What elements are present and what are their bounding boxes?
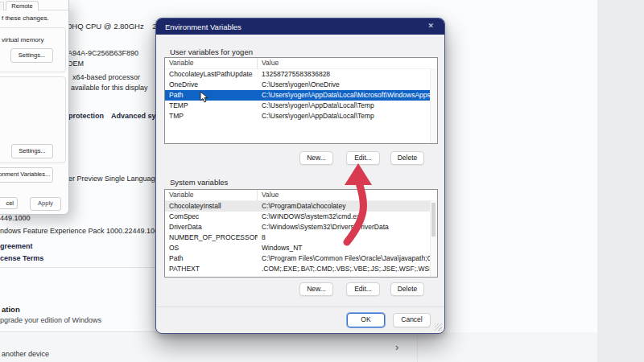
- close-icon[interactable]: ✕: [427, 22, 434, 30]
- license-terms-link[interactable]: cense Terms: [0, 254, 43, 262]
- cancel-button[interactable]: Cancel: [393, 313, 431, 327]
- column-header-value[interactable]: Value: [258, 190, 437, 200]
- system-properties-dialog: Remote f these changes. virtual memory S…: [0, 0, 69, 215]
- activation-section-title: ation: [2, 305, 20, 314]
- value-cell: AMD64: [258, 274, 431, 277]
- environment-variables-dialog: Environment Variables ✕ User variables f…: [155, 18, 445, 334]
- pen-touch-text: available for this display: [71, 84, 148, 92]
- variable-cell: DriverData: [165, 222, 258, 232]
- variable-cell: PATHEXT: [165, 264, 258, 274]
- variable-cell: Path: [165, 253, 258, 264]
- table-row[interactable]: ChocolateyLastPathUpdate1325872755838368…: [165, 69, 431, 80]
- table-row[interactable]: ComSpecC:\WINDOWS\system32\cmd.exe: [165, 212, 431, 222]
- advanced-system-settings-link[interactable]: Advanced sys: [111, 112, 160, 120]
- scrollbar[interactable]: [430, 200, 437, 277]
- system-protection-link[interactable]: protection: [68, 112, 104, 120]
- variable-cell: ChocolateyInstall: [165, 201, 258, 212]
- new-user-variable-button[interactable]: New...: [299, 151, 333, 165]
- system-variables-table[interactable]: Variable Value ChocolateyInstallC:\Progr…: [164, 189, 438, 278]
- resize-grip-icon[interactable]: [435, 323, 442, 331]
- dialog-title: Environment Variables: [165, 23, 242, 31]
- cpu-info-text: 0HQ CPU @ 2.80GHz 2.81: [68, 22, 167, 31]
- variable-cell: NUMBER_OF_PROCESSORS: [165, 232, 258, 243]
- windows-edition-text: er Preview Single Language: [68, 175, 159, 183]
- edit-system-variable-button[interactable]: Edit...: [346, 282, 380, 296]
- value-cell: C:\Program Files\Common Files\Oracle\Jav…: [258, 253, 431, 264]
- value-cell: 132587275583836828: [258, 69, 431, 80]
- table-row[interactable]: ChocolateyInstallC:\ProgramData\chocolat…: [165, 201, 431, 212]
- settings-button[interactable]: Settings...: [10, 48, 53, 63]
- table-row[interactable]: OneDriveC:\Users\yogen\OneDrive: [165, 80, 431, 90]
- product-id-text: A94A-9C256B63F890: [68, 49, 138, 57]
- table-row[interactable]: TEMPC:\Users\yogen\AppData\Local\Temp: [165, 101, 431, 111]
- oem-text: DEM: [68, 60, 84, 68]
- settings-card-edge: [417, 332, 418, 362]
- table-body: ChocolateyLastPathUpdate1325872755838368…: [165, 69, 431, 143]
- value-cell: C:\Windows\System32\Drivers\DriverData: [258, 222, 431, 232]
- dialog-footer-divider: [156, 306, 444, 307]
- virtual-memory-note: virtual memory: [2, 36, 43, 43]
- apply-button[interactable]: Apply: [30, 197, 61, 211]
- changes-note: f these changes.: [2, 14, 49, 22]
- ok-button[interactable]: OK: [347, 313, 385, 327]
- services-agreement-link[interactable]: greement: [0, 242, 33, 250]
- activation-section-subtitle: pgrade your edition of Windows: [0, 316, 101, 324]
- variable-cell: PROCESSOR_ARCHITECTU...: [165, 274, 258, 277]
- system-type-text: x64-based processor: [72, 73, 140, 81]
- variable-cell: ChocolateyLastPathUpdate: [165, 69, 258, 80]
- value-cell: 8: [258, 232, 431, 243]
- table-header[interactable]: Variable Value: [165, 58, 437, 69]
- table-header[interactable]: Variable Value: [165, 190, 437, 201]
- dialog-titlebar[interactable]: Environment Variables ✕: [156, 19, 444, 35]
- value-cell: .COM;.EXE;.BAT;.CMD;.VBS;.VBE;.JS;.JSE;.…: [258, 264, 431, 274]
- table-body: ChocolateyInstallC:\ProgramData\chocolat…: [165, 201, 431, 277]
- table-row[interactable]: NUMBER_OF_PROCESSORS8: [165, 232, 431, 243]
- environment-variables-button[interactable]: ronment Variables...: [0, 167, 53, 183]
- variable-cell: Path: [165, 90, 258, 101]
- scrollbar-thumb[interactable]: [431, 203, 436, 237]
- table-row[interactable]: PathC:\Users\yogen\AppData\Local\Microso…: [165, 90, 431, 101]
- scrollbar[interactable]: [430, 68, 437, 143]
- variable-cell: TEMP: [165, 101, 258, 111]
- chevron-right-icon[interactable]: ›: [395, 341, 398, 353]
- settings-button[interactable]: Settings...: [11, 144, 53, 158]
- column-header-variable[interactable]: Variable: [165, 58, 258, 68]
- remote-desktop-note: another device: [2, 350, 49, 358]
- value-cell: C:\Users\yogen\OneDrive: [258, 80, 431, 90]
- new-system-variable-button[interactable]: New...: [299, 282, 333, 296]
- table-row[interactable]: PROCESSOR_ARCHITECTU...AMD64: [165, 274, 431, 277]
- settings-bottom-card: [0, 332, 597, 362]
- variable-cell: TMP: [165, 111, 258, 121]
- column-header-value[interactable]: Value: [258, 58, 437, 68]
- value-cell: Windows_NT: [258, 243, 431, 253]
- variable-cell: OS: [165, 243, 258, 253]
- tab-remote[interactable]: Remote: [6, 1, 39, 10]
- system-variables-label: System variables: [170, 178, 228, 187]
- table-row[interactable]: OSWindows_NT: [165, 243, 431, 253]
- value-cell: C:\Users\yogen\AppData\Local\Temp: [258, 101, 431, 111]
- os-build-text: 449.1000: [0, 214, 31, 222]
- edit-user-variable-button[interactable]: Edit...: [346, 151, 380, 165]
- value-cell: C:\Users\yogen\AppData\Local\Microsoft\W…: [258, 90, 431, 101]
- variable-cell: ComSpec: [165, 212, 258, 222]
- experience-pack-text: ndows Feature Experience Pack 1000.22449…: [0, 227, 165, 235]
- table-row[interactable]: TMPC:\Users\yogen\AppData\Local\Temp: [165, 111, 431, 121]
- delete-system-variable-button[interactable]: Delete: [390, 282, 424, 296]
- delete-user-variable-button[interactable]: Delete: [390, 151, 424, 165]
- user-variables-table[interactable]: Variable Value ChocolateyLastPathUpdate1…: [164, 57, 438, 144]
- desktop-side-panel: [597, 0, 644, 362]
- desktop: 0HQ CPU @ 2.80GHz 2.81 A94A-9C256B63F890…: [0, 0, 644, 362]
- tab-partial[interactable]: [0, 2, 4, 10]
- value-cell: C:\WINDOWS\system32\cmd.exe: [258, 212, 431, 222]
- table-row[interactable]: PATHEXT.COM;.EXE;.BAT;.CMD;.VBS;.VBE;.JS…: [165, 264, 431, 274]
- table-row[interactable]: DriverDataC:\Windows\System32\Drivers\Dr…: [165, 222, 431, 232]
- table-row[interactable]: PathC:\Program Files\Common Files\Oracle…: [165, 253, 431, 264]
- value-cell: C:\ProgramData\chocolatey: [258, 201, 431, 212]
- user-variables-label: User variables for yogen: [170, 47, 253, 56]
- cancel-button[interactable]: cel: [0, 197, 18, 209]
- column-header-variable[interactable]: Variable: [165, 190, 258, 200]
- value-cell: C:\Users\yogen\AppData\Local\Temp: [258, 111, 431, 121]
- variable-cell: OneDrive: [165, 80, 258, 90]
